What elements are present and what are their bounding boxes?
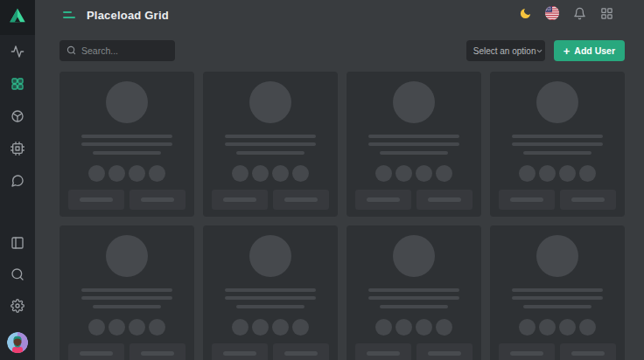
card-button-placeholder[interactable] (68, 190, 124, 210)
search-icon (66, 43, 76, 59)
text-line-placeholder (81, 142, 172, 146)
avatar-placeholder (106, 235, 148, 277)
button-placeholder-row (68, 343, 186, 360)
placeholder-card (490, 72, 625, 217)
text-line-placeholder (523, 305, 592, 308)
moon-icon (519, 7, 532, 24)
button-placeholder-row (499, 190, 616, 210)
sidebar-bottom-nav (7, 238, 28, 353)
add-user-button[interactable]: + Add User (554, 40, 625, 61)
avatar-placeholder (249, 81, 291, 123)
dots-placeholder-row (375, 319, 452, 336)
button-line-placeholder (80, 197, 113, 202)
text-line-placeholder (225, 142, 316, 146)
card-button-placeholder[interactable] (560, 343, 616, 360)
button-placeholder-row (212, 343, 329, 360)
search-box (60, 40, 175, 61)
text-line-placeholder (93, 151, 161, 155)
placeholder-card (60, 72, 194, 217)
sidebar-item-messages[interactable] (10, 176, 24, 190)
dot-placeholder (436, 165, 452, 182)
theme-toggle-button[interactable] (515, 5, 535, 24)
card-button-placeholder[interactable] (499, 190, 555, 210)
plus-icon: + (564, 45, 570, 57)
sidebar-item-activity[interactable] (10, 46, 24, 60)
button-placeholder-row (355, 190, 472, 210)
dots-placeholder-row (232, 319, 309, 336)
dot-placeholder (292, 165, 309, 182)
app-logo[interactable] (0, 0, 35, 35)
text-line-placeholder (225, 135, 316, 138)
card-button-placeholder[interactable] (416, 343, 472, 360)
dot-placeholder (232, 319, 248, 336)
card-button-placeholder[interactable] (212, 343, 268, 360)
user-avatar[interactable] (7, 332, 28, 353)
text-line-placeholder (512, 296, 603, 300)
dot-placeholder (149, 319, 165, 336)
toolbar-right: Select an option + Add User (466, 40, 625, 61)
grid-icon (10, 77, 24, 94)
triangle-logo-icon (8, 6, 27, 29)
dot-placeholder (88, 319, 105, 336)
sidebar-item-settings[interactable] (10, 301, 24, 315)
sidebar-item-search[interactable] (10, 269, 24, 283)
toolbar: Select an option + Add User (60, 40, 625, 61)
dots-placeholder-row (519, 319, 596, 336)
menu-toggle-button[interactable] (63, 11, 75, 18)
avatar-placeholder (249, 235, 291, 277)
card-button-placeholder[interactable] (68, 343, 124, 360)
sidebar-item-hardware[interactable] (10, 143, 24, 157)
language-button[interactable] (542, 5, 562, 24)
button-line-placeholder (510, 351, 543, 356)
button-placeholder-row (355, 343, 472, 360)
search-input[interactable] (81, 45, 168, 56)
button-line-placeholder (367, 351, 400, 356)
top-header: Placeload Grid (35, 0, 644, 30)
menu-bar-icon (63, 11, 72, 13)
dot-placeholder (129, 319, 145, 336)
card-button-placeholder[interactable] (416, 190, 472, 210)
dot-placeholder (272, 319, 289, 336)
filter-select[interactable]: Select an option (466, 40, 545, 61)
text-line-placeholder (512, 135, 603, 138)
text-line-placeholder (225, 288, 316, 292)
card-button-placeholder[interactable] (273, 190, 329, 210)
apps-button[interactable] (597, 5, 616, 24)
button-line-placeholder (141, 351, 174, 356)
card-button-placeholder[interactable] (273, 343, 329, 360)
text-line-placeholder (225, 296, 316, 300)
dot-placeholder (129, 165, 145, 182)
avatar-placeholder (536, 81, 578, 123)
card-button-placeholder[interactable] (499, 343, 555, 360)
text-line-placeholder (380, 305, 448, 308)
placeholder-card (346, 72, 481, 217)
avatar-placeholder (393, 235, 435, 277)
placeholder-card (60, 225, 194, 360)
card-button-placeholder[interactable] (130, 190, 186, 210)
button-line-placeholder (223, 351, 256, 356)
card-button-placeholder[interactable] (560, 190, 616, 210)
text-line-placeholder (512, 288, 603, 292)
dot-placeholder (108, 319, 125, 336)
sidebar-item-grid[interactable] (10, 79, 24, 93)
dot-placeholder (272, 165, 289, 182)
card-button-placeholder[interactable] (212, 190, 268, 210)
notifications-button[interactable] (570, 5, 589, 24)
dot-placeholder (252, 319, 269, 336)
add-user-label: Add User (574, 45, 615, 56)
text-line-placeholder (81, 296, 172, 300)
sidebar-item-components[interactable] (10, 111, 24, 125)
dot-placeholder (149, 165, 165, 182)
card-button-placeholder[interactable] (130, 343, 186, 360)
dot-placeholder (579, 319, 596, 336)
button-line-placeholder (284, 351, 318, 356)
card-button-placeholder[interactable] (355, 190, 411, 210)
sidebar-item-panels[interactable] (10, 238, 24, 252)
bell-icon (573, 7, 586, 24)
button-line-placeholder (223, 197, 256, 202)
dot-placeholder (416, 319, 432, 336)
button-placeholder-row (499, 343, 616, 360)
card-button-placeholder[interactable] (355, 343, 411, 360)
text-line-placeholder (368, 288, 459, 292)
dots-placeholder-row (375, 165, 452, 182)
